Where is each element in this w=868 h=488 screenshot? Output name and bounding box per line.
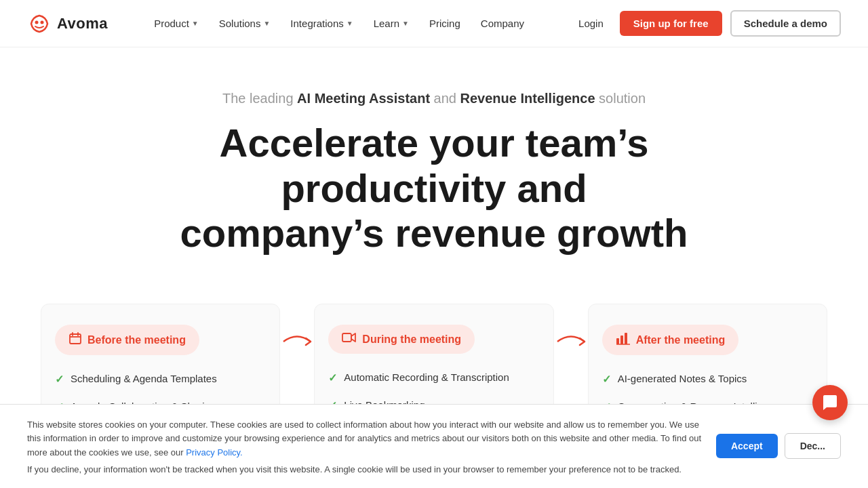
cookie-banner: This website stores cookies on your comp… bbox=[0, 404, 868, 477]
avoma-logo-icon bbox=[27, 12, 52, 36]
after-meeting-tab[interactable]: After the meeting bbox=[602, 325, 739, 355]
calendar-icon bbox=[68, 331, 82, 348]
cookie-text: This website stores cookies on your comp… bbox=[27, 418, 705, 460]
svg-rect-6 bbox=[620, 336, 623, 344]
svg-rect-5 bbox=[616, 338, 619, 344]
list-item: ✓ AI-generated Notes & Topics bbox=[602, 371, 813, 387]
chevron-down-icon: ▼ bbox=[402, 20, 409, 27]
demo-button[interactable]: Schedule a demo bbox=[730, 10, 841, 37]
list-item: ✓ Automatic Recording & Transcription bbox=[328, 370, 539, 386]
svg-point-2 bbox=[41, 20, 44, 24]
before-meeting-tab[interactable]: Before the meeting bbox=[55, 325, 199, 355]
chevron-down-icon: ▼ bbox=[263, 20, 270, 27]
svg-point-1 bbox=[35, 20, 39, 24]
hero-section: The leading AI Meeting Assistant and Rev… bbox=[0, 47, 868, 304]
hero-title: Accelerate your team’s productivity and … bbox=[129, 121, 739, 256]
login-button[interactable]: Login bbox=[570, 12, 612, 35]
nav-learn[interactable]: Learn ▼ bbox=[366, 12, 417, 35]
privacy-policy-link[interactable]: Privacy Policy. bbox=[186, 447, 243, 458]
svg-rect-4 bbox=[342, 333, 351, 342]
nav-right: Login Sign up for free Schedule a demo bbox=[570, 10, 841, 37]
signup-button[interactable]: Sign up for free bbox=[620, 11, 722, 36]
cookie-actions: Accept Dec... bbox=[716, 433, 841, 459]
svg-rect-3 bbox=[70, 334, 81, 344]
navbar: Avoma Product ▼ Solutions ▼ Integrations… bbox=[0, 0, 868, 47]
cookie-second-line: If you decline, your information won't b… bbox=[27, 464, 841, 474]
chevron-down-icon: ▼ bbox=[192, 20, 199, 27]
nav-links: Product ▼ Solutions ▼ Integrations ▼ Lea… bbox=[146, 12, 532, 35]
accept-cookies-button[interactable]: Accept bbox=[716, 434, 778, 458]
chart-icon bbox=[616, 331, 631, 348]
during-meeting-tab[interactable]: During the meeting bbox=[328, 325, 475, 354]
nav-product[interactable]: Product ▼ bbox=[146, 12, 207, 35]
chat-bubble[interactable] bbox=[812, 385, 848, 420]
brand-logo[interactable]: Avoma bbox=[27, 12, 108, 36]
check-icon: ✓ bbox=[328, 371, 337, 386]
nav-integrations[interactable]: Integrations ▼ bbox=[282, 12, 361, 35]
nav-pricing[interactable]: Pricing bbox=[421, 12, 469, 35]
list-item: ✓ Scheduling & Agenda Templates bbox=[55, 371, 266, 387]
nav-company[interactable]: Company bbox=[473, 12, 532, 35]
hero-subtitle: The leading AI Meeting Assistant and Rev… bbox=[27, 88, 841, 108]
svg-rect-7 bbox=[625, 333, 627, 344]
brand-name: Avoma bbox=[57, 15, 108, 33]
chevron-down-icon: ▼ bbox=[347, 20, 353, 27]
decline-cookies-button[interactable]: Dec... bbox=[785, 433, 841, 459]
nav-solutions[interactable]: Solutions ▼ bbox=[211, 12, 279, 35]
check-icon: ✓ bbox=[55, 372, 64, 387]
video-icon bbox=[342, 331, 357, 347]
check-icon: ✓ bbox=[602, 372, 611, 387]
